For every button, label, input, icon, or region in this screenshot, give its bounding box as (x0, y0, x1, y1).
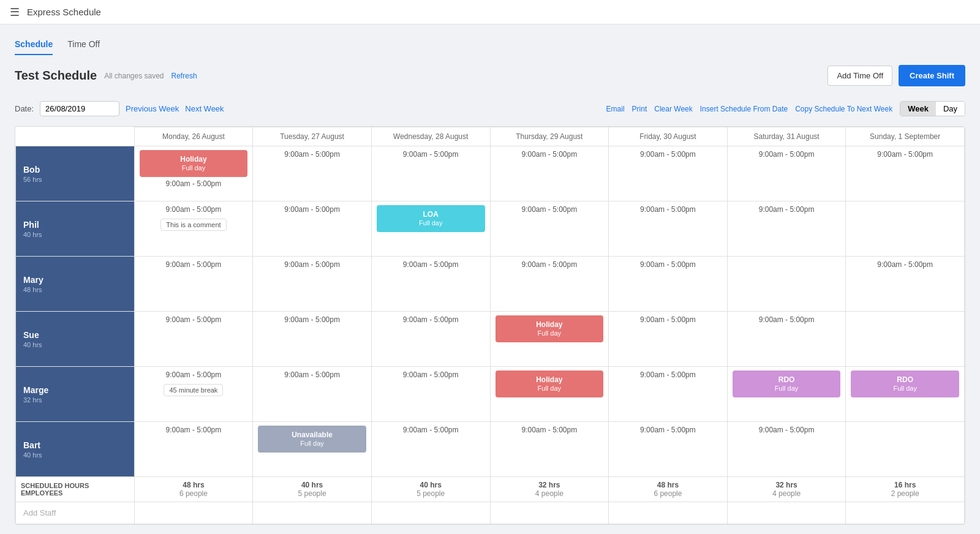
employee-hrs: 40 hrs (23, 451, 127, 459)
previous-week-button[interactable]: Previous Week (126, 104, 179, 113)
employee-name: Bart (23, 440, 127, 450)
employee-cell-1[interactable]: Phil40 hrs (16, 201, 135, 257)
shift-cell-1-6[interactable] (846, 201, 965, 257)
shift-cell-5-5[interactable]: 9:00am - 5:00pm (727, 422, 846, 477)
shift-cell-5-0[interactable]: 9:00am - 5:00pm (134, 422, 253, 477)
add-staff-empty-3 (490, 502, 609, 524)
employee-cell-0[interactable]: Bob56 hrs (16, 146, 135, 201)
holiday-badge: HolidayFull day (140, 150, 248, 177)
shift-cell-1-5[interactable]: 9:00am - 5:00pm (727, 201, 846, 257)
shift-cell-5-2[interactable]: 9:00am - 5:00pm (371, 422, 490, 477)
date-nav-right: Email Print Clear Week Insert Schedule F… (606, 101, 965, 116)
schedule-body: Bob56 hrsHolidayFull day9:00am - 5:00pm9… (16, 146, 965, 524)
shift-cell-1-0[interactable]: 9:00am - 5:00pmThis is a comment (134, 201, 253, 257)
shift-time: 9:00am - 5:00pm (733, 315, 841, 324)
shift-time: 9:00am - 5:00pm (140, 179, 248, 188)
shift-cell-2-2[interactable]: 9:00am - 5:00pm (371, 257, 490, 312)
copy-schedule-link[interactable]: Copy Schedule To Next Week (795, 105, 892, 113)
date-input[interactable] (40, 101, 119, 116)
shift-cell-5-6[interactable] (846, 422, 965, 477)
shift-cell-3-5[interactable]: 9:00am - 5:00pm (727, 312, 846, 367)
shift-cell-2-0[interactable]: 9:00am - 5:00pm (134, 257, 253, 312)
shift-cell-1-3[interactable]: 9:00am - 5:00pm (490, 201, 609, 257)
shift-cell-4-5[interactable]: RDOFull day (727, 367, 846, 422)
shift-cell-5-3[interactable]: 9:00am - 5:00pm (490, 422, 609, 477)
shift-time: 9:00am - 5:00pm (258, 205, 366, 214)
shift-cell-2-4[interactable]: 9:00am - 5:00pm (609, 257, 728, 312)
main-content: Schedule Time Off Test Schedule All chan… (0, 24, 980, 534)
day-header-3: Thursday, 29 August (490, 127, 609, 146)
footer-cell-4: 48 hrs6 people (609, 477, 728, 502)
day-header-6: Sunday, 1 September (846, 127, 965, 146)
employee-row-3: Sue40 hrs9:00am - 5:00pm9:00am - 5:00pm9… (16, 312, 965, 367)
shift-cell-3-0[interactable]: 9:00am - 5:00pm (134, 312, 253, 367)
clear-week-link[interactable]: Clear Week (654, 105, 692, 113)
shift-cell-1-1[interactable]: 9:00am - 5:00pm (253, 201, 372, 257)
shift-cell-2-5[interactable] (727, 257, 846, 312)
footer-hrs: 48 hrs (614, 481, 722, 489)
add-staff-empty-0 (134, 502, 253, 524)
footer-people: 5 people (377, 489, 485, 498)
date-nav-left: Date: Previous Week Next Week (15, 101, 224, 116)
footer-people: 2 people (851, 489, 959, 498)
shift-time: 9:00am - 5:00pm (614, 315, 722, 324)
employee-row-1: Phil40 hrs9:00am - 5:00pmThis is a comme… (16, 201, 965, 257)
shift-time: 9:00am - 5:00pm (614, 426, 722, 434)
email-link[interactable]: Email (606, 105, 625, 113)
employee-cell-4[interactable]: Marge32 hrs (16, 367, 135, 422)
shift-cell-5-4[interactable]: 9:00am - 5:00pm (609, 422, 728, 477)
employee-cell-2[interactable]: Mary48 hrs (16, 257, 135, 312)
employee-hrs: 32 hrs (23, 396, 127, 404)
view-week-button[interactable]: Week (900, 102, 936, 116)
shift-cell-2-6[interactable]: 9:00am - 5:00pm (846, 257, 965, 312)
shift-time: 9:00am - 5:00pm (258, 150, 366, 159)
shift-cell-4-1[interactable]: 9:00am - 5:00pm (253, 367, 372, 422)
insert-schedule-link[interactable]: Insert Schedule From Date (700, 105, 788, 113)
shift-cell-5-1[interactable]: UnavailableFull day (253, 422, 372, 477)
tab-schedule[interactable]: Schedule (15, 34, 53, 55)
menu-icon[interactable]: ☰ (10, 6, 20, 19)
add-time-off-button[interactable]: Add Time Off (827, 66, 892, 86)
shift-cell-0-1[interactable]: 9:00am - 5:00pm (253, 146, 372, 201)
shift-time: 9:00am - 5:00pm (496, 260, 604, 269)
shift-time: 9:00am - 5:00pm (377, 315, 485, 324)
shift-cell-0-4[interactable]: 9:00am - 5:00pm (609, 146, 728, 201)
shift-cell-2-1[interactable]: 9:00am - 5:00pm (253, 257, 372, 312)
print-link[interactable]: Print (632, 105, 647, 113)
shift-cell-0-5[interactable]: 9:00am - 5:00pm (727, 146, 846, 201)
footer-people: 6 people (614, 489, 722, 498)
shift-cell-4-4[interactable]: 9:00am - 5:00pm (609, 367, 728, 422)
shift-cell-3-6[interactable] (846, 312, 965, 367)
shift-cell-0-2[interactable]: 9:00am - 5:00pm (371, 146, 490, 201)
next-week-button[interactable]: Next Week (185, 104, 224, 113)
footer-cell-2: 40 hrs5 people (371, 477, 490, 502)
view-day-button[interactable]: Day (936, 102, 965, 116)
refresh-button[interactable]: Refresh (172, 72, 197, 80)
shift-cell-4-3[interactable]: HolidayFull day (490, 367, 609, 422)
add-staff-empty-5 (727, 502, 846, 524)
shift-cell-4-6[interactable]: RDOFull day (846, 367, 965, 422)
shift-cell-0-0[interactable]: HolidayFull day9:00am - 5:00pm (134, 146, 253, 201)
shift-cell-3-2[interactable]: 9:00am - 5:00pm (371, 312, 490, 367)
shift-cell-1-2[interactable]: LOAFull day (371, 201, 490, 257)
shift-cell-3-4[interactable]: 9:00am - 5:00pm (609, 312, 728, 367)
shift-cell-4-0[interactable]: 9:00am - 5:00pm45 minute break (134, 367, 253, 422)
shift-cell-3-3[interactable]: HolidayFull day (490, 312, 609, 367)
employee-cell-5[interactable]: Bart40 hrs (16, 422, 135, 477)
loa-badge: LOAFull day (377, 205, 485, 232)
holiday-badge: HolidayFull day (496, 370, 604, 397)
employee-row-4: Marge32 hrs9:00am - 5:00pm45 minute brea… (16, 367, 965, 422)
footer-label: SCHEDULED HOURSEMPLOYEES (16, 477, 135, 502)
shift-cell-1-4[interactable]: 9:00am - 5:00pm (609, 201, 728, 257)
create-shift-button[interactable]: Create Shift (899, 65, 965, 86)
shift-cell-4-2[interactable]: 9:00am - 5:00pm (371, 367, 490, 422)
tab-time-off[interactable]: Time Off (67, 34, 100, 55)
add-staff-button[interactable]: Add Staff (16, 502, 135, 524)
shift-cell-2-3[interactable]: 9:00am - 5:00pm (490, 257, 609, 312)
day-header-4: Friday, 30 August (609, 127, 728, 146)
employee-cell-3[interactable]: Sue40 hrs (16, 312, 135, 367)
topbar: ☰ Express Schedule (0, 0, 980, 24)
shift-cell-0-6[interactable]: 9:00am - 5:00pm (846, 146, 965, 201)
shift-cell-0-3[interactable]: 9:00am - 5:00pm (490, 146, 609, 201)
shift-cell-3-1[interactable]: 9:00am - 5:00pm (253, 312, 372, 367)
